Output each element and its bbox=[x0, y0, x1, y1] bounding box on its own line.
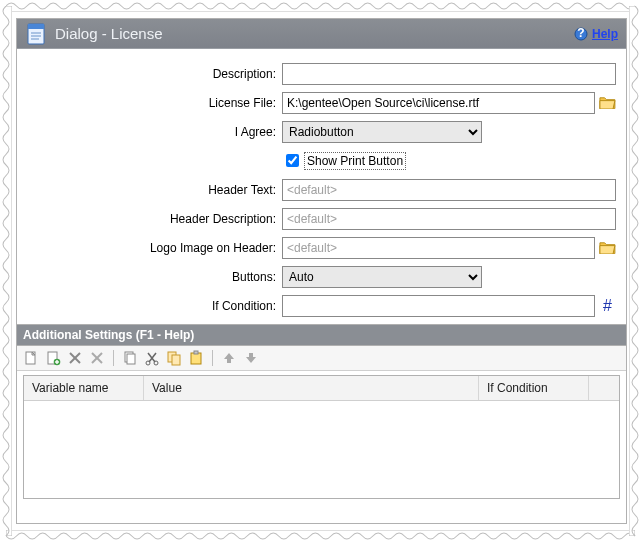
if-condition-input[interactable] bbox=[282, 295, 595, 317]
copy-icon[interactable] bbox=[122, 350, 138, 366]
row-buttons: Buttons: Auto bbox=[27, 262, 616, 291]
help-link[interactable]: Help bbox=[592, 27, 618, 41]
svg-rect-26 bbox=[194, 351, 198, 354]
document-icon bbox=[25, 23, 47, 45]
frame: Dialog - License ? Help Description: Lic… bbox=[0, 0, 641, 542]
toolbar-separator bbox=[113, 350, 114, 366]
titlebar: Dialog - License ? Help bbox=[17, 19, 626, 49]
description-label: Description: bbox=[27, 67, 282, 81]
decorative-border-top bbox=[6, 0, 635, 12]
logo-label: Logo Image on Header: bbox=[27, 241, 282, 255]
decorative-border-left bbox=[0, 6, 12, 536]
grid-body[interactable] bbox=[24, 401, 619, 498]
row-logo: Logo Image on Header: bbox=[27, 233, 616, 262]
header-text-label: Header Text: bbox=[27, 183, 282, 197]
col-variable-name[interactable]: Variable name bbox=[24, 376, 144, 400]
move-up-icon[interactable] bbox=[221, 350, 237, 366]
description-input[interactable] bbox=[282, 63, 616, 85]
decorative-border-right bbox=[629, 6, 641, 536]
duplicate-icon[interactable] bbox=[166, 350, 182, 366]
panel: Dialog - License ? Help Description: Lic… bbox=[16, 18, 627, 524]
svg-line-20 bbox=[149, 353, 156, 362]
settings-grid[interactable]: Variable name Value If Condition bbox=[23, 375, 620, 499]
form: Description: License File: I Agree: Radi… bbox=[17, 49, 626, 324]
row-show-print: Show Print Button bbox=[27, 146, 616, 175]
additional-settings-header: Additional Settings (F1 - Help) bbox=[17, 324, 626, 346]
svg-text:?: ? bbox=[577, 27, 584, 40]
svg-line-19 bbox=[148, 353, 155, 362]
new-page-icon[interactable] bbox=[23, 350, 39, 366]
svg-rect-24 bbox=[172, 355, 180, 365]
row-description: Description: bbox=[27, 59, 616, 88]
col-value[interactable]: Value bbox=[144, 376, 479, 400]
move-down-icon[interactable] bbox=[243, 350, 259, 366]
delete-all-icon[interactable] bbox=[89, 350, 105, 366]
buttons-label: Buttons: bbox=[27, 270, 282, 284]
row-header-desc: Header Description: bbox=[27, 204, 616, 233]
hash-icon[interactable]: # bbox=[599, 297, 616, 315]
paste-icon[interactable] bbox=[188, 350, 204, 366]
row-header-text: Header Text: bbox=[27, 175, 616, 204]
col-spacer bbox=[589, 376, 619, 400]
show-print-label[interactable]: Show Print Button bbox=[304, 152, 406, 170]
license-file-input[interactable] bbox=[282, 92, 595, 114]
show-print-checkbox[interactable] bbox=[286, 154, 299, 167]
row-license-file: License File: bbox=[27, 88, 616, 117]
svg-rect-18 bbox=[127, 354, 135, 364]
svg-point-21 bbox=[146, 361, 150, 365]
svg-rect-1 bbox=[28, 24, 44, 29]
cut-icon[interactable] bbox=[144, 350, 160, 366]
help-wrap: ? Help bbox=[574, 27, 618, 41]
i-agree-select[interactable]: Radiobutton bbox=[282, 121, 482, 143]
row-if-condition: If Condition: # bbox=[27, 291, 616, 320]
logo-input[interactable] bbox=[282, 237, 595, 259]
grid-header: Variable name Value If Condition bbox=[24, 376, 619, 401]
decorative-border-bottom bbox=[6, 530, 635, 542]
buttons-select[interactable]: Auto bbox=[282, 266, 482, 288]
delete-icon[interactable] bbox=[67, 350, 83, 366]
page-title: Dialog - License bbox=[55, 25, 574, 42]
help-icon: ? bbox=[574, 27, 588, 41]
row-i-agree: I Agree: Radiobutton bbox=[27, 117, 616, 146]
if-condition-label: If Condition: bbox=[27, 299, 282, 313]
browse-logo-button[interactable] bbox=[599, 240, 616, 256]
header-desc-input[interactable] bbox=[282, 208, 616, 230]
header-desc-label: Header Description: bbox=[27, 212, 282, 226]
toolbar bbox=[17, 346, 626, 371]
col-if-condition[interactable]: If Condition bbox=[479, 376, 589, 400]
toolbar-separator bbox=[212, 350, 213, 366]
svg-rect-25 bbox=[191, 353, 201, 364]
i-agree-label: I Agree: bbox=[27, 125, 282, 139]
header-text-input[interactable] bbox=[282, 179, 616, 201]
svg-point-22 bbox=[154, 361, 158, 365]
new-page-plus-icon[interactable] bbox=[45, 350, 61, 366]
license-file-label: License File: bbox=[27, 96, 282, 110]
browse-license-file-button[interactable] bbox=[599, 95, 616, 111]
